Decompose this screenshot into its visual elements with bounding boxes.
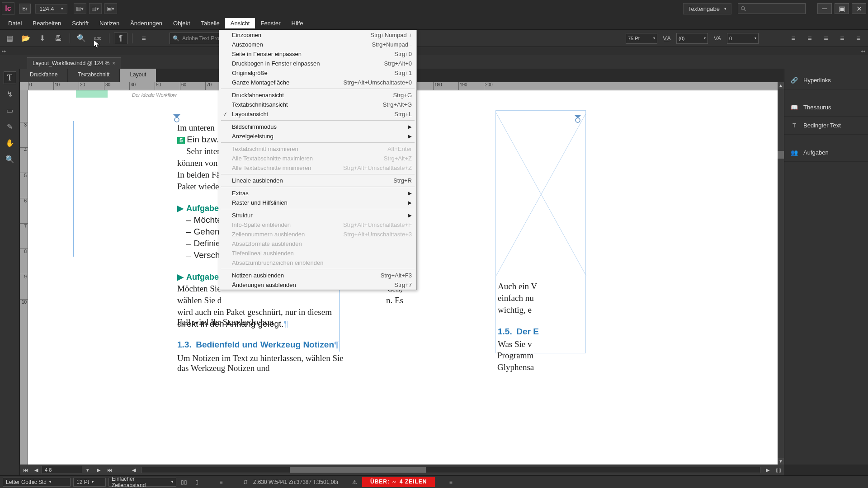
position-tool-icon[interactable]: ↯ [4, 88, 16, 100]
align-justify-icon[interactable]: ≡ [835, 33, 849, 44]
zoom-tool-icon[interactable]: 🔍 [4, 153, 16, 165]
next-page-button[interactable]: ▶ [93, 465, 104, 474]
body-text-line[interactable]: Auch ein V [498, 282, 537, 291]
view-tab-layout[interactable]: Layout [120, 69, 156, 82]
scrollbar-thumb[interactable] [290, 467, 426, 473]
menu-notizen[interactable]: Notizen [94, 18, 125, 28]
menu-item-lineale-ausblenden[interactable]: Lineale ausblendenStrg+R [219, 176, 416, 185]
warning-icon[interactable]: ⚠ [349, 478, 359, 487]
align-left-icon[interactable]: ≡ [787, 33, 800, 44]
body-text-line[interactable]: Um Notizen im Text zu hinterlassen, wähl… [177, 353, 344, 373]
screen-mode-button[interactable]: ▣▾ [104, 3, 117, 14]
menu-item-druckfahnenansicht[interactable]: DruckfahnenansichtStrg+G [219, 90, 416, 100]
view-tab-textabschnitt[interactable]: Textabschnitt [68, 69, 120, 82]
panel-button-aufgaben[interactable]: 👥Aufgaben [784, 144, 868, 162]
status-size-combo[interactable]: 12 Pt [73, 478, 106, 487]
menu-objekt[interactable]: Objekt [168, 18, 196, 28]
panel-button-hyperlinks[interactable]: 🔗Hyperlinks [784, 71, 868, 89]
close-button[interactable]: ✕ [852, 3, 866, 14]
menu-item-raster-und-hilfslinien[interactable]: Raster und Hilfslinien▶ [219, 198, 416, 207]
overflow-alert[interactable]: ÜBER: ～ 4 ZEILEN [362, 477, 435, 487]
panel-button-bedingter-text[interactable]: TBedingter Text [784, 117, 868, 135]
search-box[interactable] [738, 3, 806, 14]
section-heading[interactable]: 1.5. Der E [498, 327, 539, 337]
horizontal-scrollbar[interactable] [141, 467, 760, 473]
panel-menu-icon[interactable]: ≡ [137, 33, 151, 44]
view-tab-druckfahne[interactable]: Druckfahne [20, 69, 68, 82]
menu-item-textabschnittsansicht[interactable]: TextabschnittsansichtStrg+Alt+G [219, 100, 416, 109]
menu-item-layoutansicht[interactable]: ✓LayoutansichtStrg+L [219, 109, 416, 119]
menu-item-struktur[interactable]: Struktur▶ [219, 211, 416, 220]
menu-item-anzeigeleistung[interactable]: Anzeigeleistung▶ [219, 131, 416, 141]
menu-item-ganze-montagefl-che[interactable]: Ganze MontageflächeStrg+Alt+Umschalttast… [219, 78, 416, 87]
menu-ansicht[interactable]: Ansicht [225, 18, 255, 28]
menu-bearbeiten[interactable]: Bearbeiten [27, 18, 66, 28]
body-text-fragment[interactable]: n. Es [382, 296, 403, 305]
bridge-button[interactable]: Br [19, 4, 31, 14]
menu-item-auszoomen[interactable]: AuszoomenStrg+Numpad - [219, 40, 416, 49]
menu-item-extras[interactable]: Extras▶ [219, 188, 416, 198]
scroll-down-icon[interactable]: ▼ [778, 458, 784, 465]
body-text-line[interactable]: wichtig, e [498, 305, 532, 315]
collapse-right-icon[interactable]: ◂◂ [861, 49, 865, 53]
menu-item-druckbogen-in-fenster-einpassen[interactable]: Druckbogen in Fenster einpassenStrg+Alt+… [219, 59, 416, 68]
note-tool-icon[interactable]: ▭ [4, 104, 16, 117]
menu-hilfe[interactable]: Hilfe [286, 18, 309, 28]
close-tab-icon[interactable]: × [112, 60, 115, 66]
body-text-line[interactable]: Glyphensa [497, 362, 534, 372]
document-tab[interactable]: Layout_Workflow.indd @ 124 % × [27, 57, 121, 69]
open-icon[interactable]: 📂 [19, 33, 33, 44]
panel-button-thesaurus[interactable]: 📖Thesaurus [784, 99, 868, 117]
menu-fenster[interactable]: Fenster [255, 18, 286, 28]
workspace-combo[interactable]: Texteingabe [683, 3, 731, 14]
menu-tabelle[interactable]: Tabelle [196, 18, 225, 28]
spellcheck-icon[interactable]: abc [91, 33, 104, 44]
align-icon[interactable]: ≡ [216, 478, 226, 487]
body-text-line[interactable]: direkt in den Anhang gelegt.¶ [177, 319, 288, 329]
scrollbar-thumb[interactable] [778, 151, 784, 159]
columns-icon[interactable]: ▯▯ [179, 478, 189, 487]
kerning-field[interactable]: (0) [676, 33, 708, 44]
menu-item-originalgr-e[interactable]: OriginalgrößeStrg+1 [219, 68, 416, 78]
scroll-up-icon[interactable]: ▲ [778, 82, 784, 89]
maximize-button[interactable]: ▣ [835, 3, 849, 14]
menu-item-bildschirmmodus[interactable]: Bildschirmmodus▶ [219, 122, 416, 131]
print-icon[interactable]: 🖶 [52, 33, 65, 44]
collapse-left-icon[interactable]: ▸▸ [2, 49, 6, 53]
stats-icon[interactable]: ⇵ [241, 478, 250, 487]
status-leading-combo[interactable]: Einfacher Zeilenabstand [108, 478, 176, 487]
body-text-line[interactable]: Möchten Sie [177, 284, 221, 294]
pilcrow-icon[interactable]: ¶ [114, 33, 127, 44]
arrange-documents-button[interactable]: ▤▾ [89, 3, 102, 14]
zoom-level-combo[interactable]: 124,4 [35, 4, 67, 14]
split-view-button[interactable]: ▯▯ [773, 465, 784, 474]
menu-item-seite-in-fenster-einpassen[interactable]: Seite in Fenster einpassenStrg+0 [219, 49, 416, 59]
menu-item--nderungen-ausblenden[interactable]: Änderungen ausblendenStrg+7 [219, 280, 416, 290]
page-dropdown-button[interactable]: ▾ [82, 465, 93, 474]
hand-tool-icon[interactable]: ✋ [4, 136, 16, 149]
menu-item-einzoomen[interactable]: EinzoomenStrg+Numpad + [219, 30, 416, 40]
menu-datei[interactable]: Datei [3, 18, 27, 28]
menu-änderungen[interactable]: Änderungen [125, 18, 168, 28]
align-right-icon[interactable]: ≡ [819, 33, 833, 44]
body-text-line[interactable]: Programm [497, 351, 533, 361]
save-icon[interactable]: ⬇ [35, 33, 49, 44]
new-doc-icon[interactable]: ▤ [3, 33, 16, 44]
menu-item-notizen-ausblenden[interactable]: Notizen ausblendenStrg+Alt+F3 [219, 271, 416, 280]
section-heading[interactable]: 1.3. Bedienfeld und Werkzeug Notizen¶ [177, 340, 339, 350]
single-column-icon[interactable]: ▯ [192, 478, 202, 487]
font-size-field[interactable]: 75 Pt [626, 33, 657, 44]
tracking-field[interactable]: 0 [727, 33, 759, 44]
view-options-button[interactable]: ▦▾ [74, 3, 86, 14]
eyedropper-tool-icon[interactable]: ✎ [4, 120, 16, 133]
find-icon[interactable]: 🔍 [75, 33, 88, 44]
align-justify-all-icon[interactable]: ≡ [852, 33, 865, 44]
body-text-line[interactable]: einfach nu [498, 293, 534, 303]
last-page-button[interactable]: ⏭ [104, 465, 115, 474]
first-page-button[interactable]: ⏮ [20, 465, 31, 474]
prev-page-button[interactable]: ◀ [31, 465, 42, 474]
menu-icon[interactable]: ≡ [446, 478, 456, 487]
scroll-left-button[interactable]: ◀ [128, 465, 139, 474]
body-text-line[interactable]: Was Sie v [498, 339, 532, 349]
type-tool-icon[interactable]: T [4, 71, 16, 84]
